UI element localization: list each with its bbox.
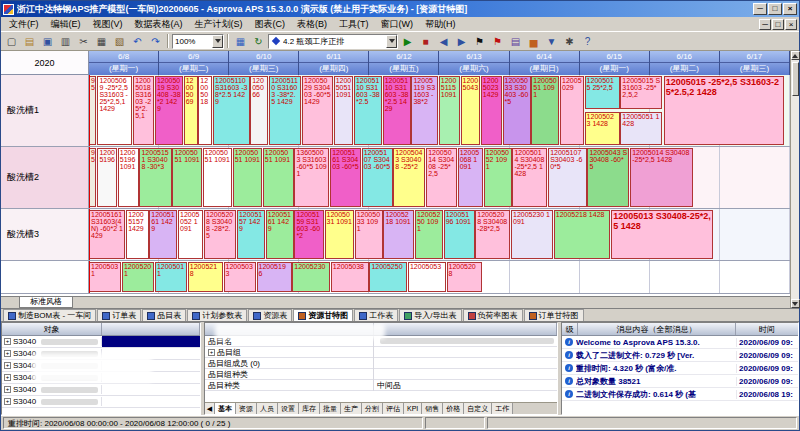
sheet-tab-9[interactable]: 订单甘特图 [524, 309, 584, 321]
gantt-bar[interactable]: 95 [89, 148, 96, 207]
resource-label[interactable]: 酸洗槽3 [1, 209, 89, 260]
gantt-bar[interactable]: 12005107 S30403 -60*5 [362, 148, 393, 207]
gantt-bar[interactable]: 12005201 [122, 262, 154, 292]
message-row[interactable]: i载入了二进制文件: 0.729 秒 [Ver.2020/06/09 09: [562, 349, 798, 362]
child-restore-button[interactable]: □ [772, 19, 784, 30]
gantt-bar[interactable]: 12005015 -25*2,5 S31603-25*2.5,2 1428 [664, 76, 785, 145]
property-row[interactable]: 品目组成员 (0) [205, 358, 557, 369]
day-header-6/15[interactable]: 6/15(星期一) [580, 51, 650, 75]
gantt-bar[interactable]: 12005218 1091 [383, 210, 414, 259]
gantt-bar[interactable]: 12005014 S30408 -25*2,5 1428 [512, 148, 547, 207]
minimize-button[interactable]: ─ [753, 3, 767, 15]
gantt-bar[interactable]: 12005119 S31603 -38*2 [411, 76, 438, 145]
dropdown-arrow-icon[interactable] [212, 35, 223, 48]
gantt-vertical-scrollbar[interactable] [790, 51, 799, 308]
gantt-bar[interactable]: 12005110 S31603 -38*2.5 1429 [383, 76, 411, 145]
sheet-tab-4[interactable]: 资源表 [248, 309, 292, 321]
sheet-tab-3[interactable]: 计划参数表 [187, 309, 247, 321]
dropdown-arrow-icon[interactable] [386, 35, 397, 48]
redo-icon[interactable]: ↷ [147, 34, 164, 49]
expand-icon[interactable]: + [4, 374, 11, 381]
day-header-6/14[interactable]: 6/14(星期日) [510, 51, 580, 75]
gantt-bar[interactable]: 12005015 S31603 -25*2,5,2 [620, 76, 662, 109]
gantt-bar[interactable]: 12005043 [461, 76, 481, 145]
gantt-bar[interactable]: 12005110 S31603 -38*2.5 [354, 76, 382, 145]
expand-icon[interactable]: + [4, 338, 11, 345]
gantt-bar[interactable]: 12005051 1428 [620, 112, 662, 145]
resource-label[interactable] [1, 261, 89, 293]
sheet-tab-7[interactable]: 导入/导出表 [399, 309, 461, 321]
gantt-bar[interactable]: 12005115 1091 [439, 76, 460, 145]
menu-item-0[interactable]: 文件(F) [3, 18, 45, 31]
gantt-bar[interactable]: 95 [89, 76, 96, 145]
day-header-6/10[interactable]: 6/10(星期三) [229, 51, 299, 75]
gantt-bar[interactable]: 12005053 [408, 262, 446, 292]
save-icon[interactable]: ▣ [39, 34, 56, 49]
menu-item-1[interactable]: 编辑(E) [45, 18, 87, 31]
gantt-bar[interactable]: 12005033 S30403 -60*5 [503, 76, 531, 145]
gantt-bar[interactable]: 12005031 [89, 262, 121, 292]
gantt-bar[interactable]: 12005014 S30408 -25*2,5 1428 [630, 148, 693, 207]
gantt-bar[interactable]: 12005023 1428 [585, 112, 620, 145]
day-header-6/8[interactable]: 6/8(星期一) [89, 51, 159, 75]
object-tree-row[interactable]: +S3040 [2, 336, 200, 348]
message-row[interactable]: iWelcome to Asprova APS 15.3.0.2020/06/0… [562, 336, 798, 349]
gantt-bar[interactable]: 12005014 S30408 -25*2,5 [426, 148, 457, 207]
open-icon[interactable]: ▤ [21, 34, 38, 49]
gantt-bar[interactable]: 12005013 S30408-25*2,5 1428 [611, 210, 713, 259]
property-tab-2[interactable]: 人员 [257, 403, 278, 414]
zoom-select[interactable]: 100% [172, 34, 224, 49]
property-row[interactable]: 品目种类中间品 [205, 380, 557, 391]
sheet-tab-0[interactable]: 制造BOM表 - 一车间 [3, 309, 96, 321]
menu-item-7[interactable]: 工具(T) [333, 18, 375, 31]
property-tab-5[interactable]: 批量 [320, 403, 341, 414]
gantt-bar[interactable]: 12005196 [97, 148, 117, 207]
sheet-tab-1[interactable]: 订单表 [97, 309, 141, 321]
gantt-bar[interactable]: 12005230 [292, 262, 330, 292]
gantt-bar[interactable]: 12005110 S31603 -38*2.5 1429 [269, 76, 301, 145]
gantt-bar[interactable]: 12005196 [257, 262, 292, 292]
property-row[interactable]: 品目组种类 [205, 369, 557, 380]
property-tab-13[interactable]: 工作 [492, 403, 513, 414]
menu-item-4[interactable]: 生产计划(S) [189, 18, 249, 31]
gantt-bar[interactable]: 12005159 S31603 -60*2 [294, 210, 323, 259]
expand-icon[interactable]: + [4, 398, 11, 405]
day-header-6/13[interactable]: 6/13(星期六) [439, 51, 509, 75]
gantt-bar[interactable]: 12005218 [188, 262, 223, 292]
message-level-column-header[interactable]: 级 [562, 323, 578, 335]
flag-red-icon[interactable]: ⚑ [489, 34, 506, 49]
gantt-bar[interactable]: 13605003 S31603 -60*5 1091 [294, 148, 329, 207]
menu-item-3[interactable]: 数据表格(A) [129, 18, 189, 31]
new-icon[interactable]: ▢ [3, 34, 20, 49]
gantt-bar[interactable]: 12005043 S30408 -25*2 [393, 148, 425, 207]
gantt-bar[interactable]: 12005161 S30403 -60*5 [330, 148, 361, 207]
property-tab-4[interactable]: 库存 [299, 403, 320, 414]
gantt-bar[interactable]: 12005250 1091 [415, 210, 443, 259]
resource-label[interactable]: 酸洗槽2 [1, 147, 89, 208]
expand-icon[interactable]: + [4, 386, 11, 393]
flag-black-icon[interactable]: ⚑ [471, 34, 488, 49]
gantt-bar[interactable]: 12005151 S30408 -30*3 [139, 148, 171, 207]
gantt-bar[interactable]: 12005051 1091 [172, 148, 201, 207]
property-tab-3[interactable]: 设置 [278, 403, 299, 414]
menu-item-8[interactable]: 窗口(W) [375, 18, 420, 31]
gantt-bar[interactable]: 12005157 1429 [237, 210, 265, 259]
gantt-bar[interactable]: 12005043 S30408 -60*5 [587, 148, 629, 207]
object-tree-row[interactable]: +S3040 [2, 396, 200, 408]
gantt-bar[interactable]: 12005157 1429 [126, 210, 148, 259]
object-value-column-header[interactable] [102, 323, 200, 335]
gantt-bar[interactable]: 12005023 1429 [481, 76, 502, 145]
resource-label[interactable]: 酸洗槽1 [1, 75, 89, 146]
schedule-mode-select[interactable]: 4.2 瓶颈工序正排 [268, 34, 398, 49]
print-icon[interactable]: ▥ [57, 34, 74, 49]
gantt-bar[interactable]: 12005208 [447, 262, 482, 292]
table-icon[interactable]: ▦ [232, 34, 249, 49]
scroll-up-icon[interactable] [791, 51, 800, 60]
day-header-6/12[interactable]: 6/12(星期五) [369, 51, 439, 75]
message-row[interactable]: i总对象数量 385212020/06/09 09: [562, 375, 798, 388]
message-content-column-header[interactable]: 消息内容（全部消息） [578, 323, 736, 335]
gantt-bar[interactable]: 12005196 1091 [444, 210, 475, 259]
gantt-bar[interactable]: 12005019 S30408 -38*2 1429 [155, 76, 183, 145]
property-tab-8[interactable]: 评估 [383, 403, 404, 414]
gantt-bar[interactable]: 12005052 1091 [484, 148, 512, 207]
